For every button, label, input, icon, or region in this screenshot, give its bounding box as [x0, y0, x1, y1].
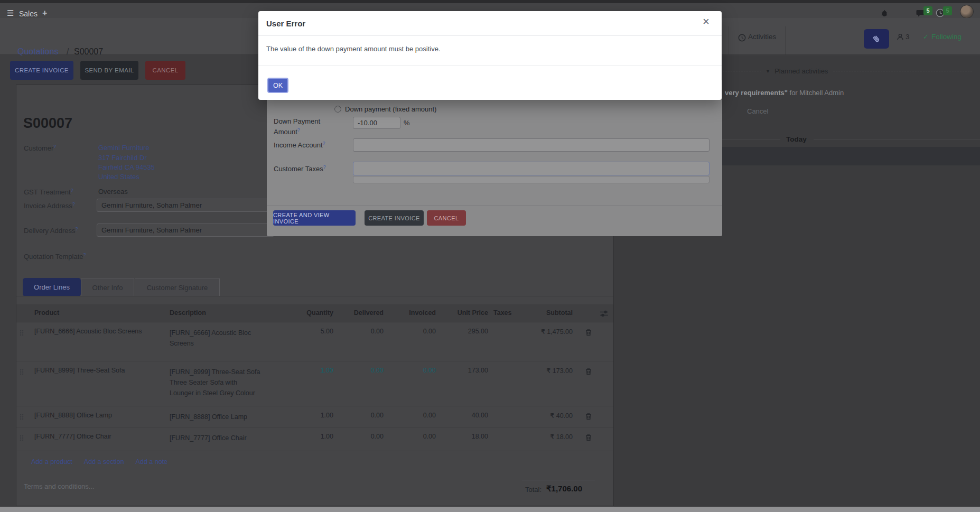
- cell-description[interactable]: [FURN_8888] Office Lamp: [170, 406, 296, 427]
- drag-handle-icon[interactable]: [16, 427, 28, 451]
- col-delivered[interactable]: Delivered: [339, 304, 389, 322]
- down-payment-amount-input[interactable]: -10.00: [353, 117, 400, 129]
- delete-row-icon[interactable]: [578, 427, 600, 451]
- cell-unit-price[interactable]: 295.00: [441, 322, 493, 361]
- cell-description[interactable]: [FURN_7777] Office Chair: [170, 427, 296, 451]
- down-payment-fixed-label[interactable]: Down payment (fixed amount): [345, 105, 436, 113]
- col-quantity[interactable]: Quantity: [296, 304, 339, 322]
- divider: [729, 26, 729, 54]
- cell-product[interactable]: [FURN_6666] Acoustic Bloc Screens: [28, 322, 170, 361]
- create-and-view-invoice-button[interactable]: CREATE AND VIEW INVOICE: [273, 210, 356, 226]
- cell-invoiced: 0.00: [389, 361, 441, 406]
- customer-address-line[interactable]: Fairfield CA 94535: [98, 163, 155, 171]
- order-lines-table: Product Description Quantity Delivered I…: [16, 304, 613, 472]
- invoice-address-field[interactable]: Gemini Furniture, Soham Palmer: [97, 199, 274, 212]
- col-unit-price[interactable]: Unit Price: [441, 304, 493, 322]
- divider: [258, 66, 722, 66]
- percent-suffix: %: [404, 119, 410, 127]
- delete-row-icon[interactable]: [578, 406, 600, 427]
- cancel-order-button[interactable]: CANCEL: [145, 61, 185, 80]
- cell-quantity[interactable]: 1.00: [296, 406, 339, 427]
- terms-and-conditions-field[interactable]: Terms and conditions...: [24, 482, 95, 490]
- add-a-product-link[interactable]: Add a product: [31, 458, 72, 466]
- cell-product[interactable]: [FURN_7777] Office Chair: [28, 427, 170, 451]
- cell-subtotal: ₹ 18.00: [529, 427, 578, 451]
- cell-taxes[interactable]: [493, 406, 529, 427]
- table-row[interactable]: [FURN_6666] Acoustic Bloc Screens [FURN_…: [16, 322, 613, 361]
- create-invoice-button[interactable]: CREATE INVOICE: [10, 61, 73, 80]
- table-row[interactable]: [FURN_7777] Office Chair [FURN_7777] Off…: [16, 427, 613, 451]
- cell-description[interactable]: [FURN_8999] Three-Seat Sofa Three Seater…: [170, 361, 296, 406]
- cell-subtotal: ₹ 1,475.00: [529, 322, 578, 361]
- wizard-create-invoice-button[interactable]: CREATE INVOICE: [365, 210, 424, 226]
- cell-description[interactable]: [FURN_6666] Acoustic Bloc Screens: [170, 322, 296, 361]
- caret-down-icon: ▾: [767, 68, 770, 75]
- tab-order-lines[interactable]: Order Lines: [23, 278, 81, 296]
- cell-product[interactable]: [FURN_8888] Office Lamp: [28, 406, 170, 427]
- col-taxes[interactable]: Taxes: [493, 304, 529, 322]
- down-payment-fixed-radio[interactable]: [334, 106, 341, 113]
- col-product[interactable]: Product: [28, 304, 170, 322]
- col-invoiced[interactable]: Invoiced: [389, 304, 441, 322]
- wizard-cancel-button[interactable]: CANCEL: [427, 210, 466, 226]
- delete-row-icon[interactable]: [578, 322, 600, 361]
- new-tab-plus-icon[interactable]: +: [42, 8, 47, 18]
- drag-handle-icon[interactable]: [16, 322, 28, 361]
- customer-taxes-input[interactable]: [353, 162, 710, 175]
- tab-other-info[interactable]: Other Info: [81, 278, 134, 296]
- drag-handle-icon[interactable]: [16, 406, 28, 427]
- gst-treatment-value: Overseas: [98, 188, 128, 196]
- col-description[interactable]: Description: [170, 304, 296, 322]
- cell-taxes[interactable]: [493, 322, 529, 361]
- cell-subtotal: ₹ 173.00: [529, 361, 578, 406]
- cell-delivered: 0.00: [339, 322, 389, 361]
- col-subtotal[interactable]: Subtotal: [529, 304, 578, 322]
- customer-taxes-dropdown[interactable]: [353, 176, 710, 183]
- following-button[interactable]: Following: [931, 33, 962, 41]
- cell-quantity[interactable]: 5.00: [296, 322, 339, 361]
- cell-unit-price[interactable]: 173.00: [441, 361, 493, 406]
- cell-delivered: 0.00: [339, 406, 389, 427]
- modal-message: The value of the down payment amount mus…: [266, 45, 441, 53]
- optional-columns-icon[interactable]: [600, 304, 613, 322]
- customer-address-line[interactable]: United States: [98, 173, 139, 181]
- attachments-button[interactable]: [864, 29, 889, 49]
- close-icon[interactable]: ×: [703, 15, 710, 29]
- add-a-note-link[interactable]: Add a note: [136, 458, 167, 466]
- cell-taxes[interactable]: [493, 361, 529, 406]
- drag-handle-icon[interactable]: [16, 361, 28, 406]
- send-by-email-button[interactable]: SEND BY EMAIL: [80, 61, 138, 80]
- cell-delivered: 0.00: [339, 361, 389, 406]
- delivery-address-label: Delivery Address?: [24, 226, 78, 235]
- cell-quantity[interactable]: 1.00: [296, 427, 339, 451]
- activities-clock-icon: [738, 34, 746, 42]
- debug-bug-icon[interactable]: [880, 9, 889, 17]
- apps-menu-icon[interactable]: ☰: [7, 9, 14, 17]
- horizontal-scrollbar[interactable]: [0, 507, 980, 512]
- divider: [785, 26, 786, 54]
- app-name[interactable]: Sales: [19, 10, 38, 18]
- cell-product[interactable]: [FURN_8999] Three-Seat Sofa: [28, 361, 170, 406]
- user-avatar[interactable]: [960, 5, 974, 18]
- table-row[interactable]: [FURN_8888] Office Lamp [FURN_8888] Offi…: [16, 406, 613, 427]
- delivery-address-field[interactable]: Gemini Furniture, Soham Palmer: [97, 224, 274, 237]
- cell-unit-price[interactable]: 18.00: [441, 427, 493, 451]
- divider: [16, 296, 613, 296]
- activity-cancel-link[interactable]: Cancel: [747, 107, 768, 115]
- ok-button[interactable]: OK: [267, 78, 288, 93]
- tab-customer-signature[interactable]: Customer Signature: [135, 278, 220, 296]
- help-icon: ?: [323, 164, 326, 170]
- income-account-input[interactable]: [353, 138, 710, 152]
- customer-address-line[interactable]: 317 Fairchild Dr: [98, 154, 147, 162]
- chatter-activities-button[interactable]: Activities: [748, 33, 776, 41]
- cell-quantity[interactable]: 1.00: [296, 361, 339, 406]
- add-a-section-link[interactable]: Add a section: [84, 458, 124, 466]
- cell-taxes[interactable]: [493, 427, 529, 451]
- delete-row-icon[interactable]: [578, 361, 600, 406]
- cell-unit-price[interactable]: 40.00: [441, 406, 493, 427]
- followers-count[interactable]: 3: [906, 33, 910, 41]
- activity-assignee: for Mitchell Admin: [790, 89, 844, 97]
- cell-delivered: 0.00: [339, 427, 389, 451]
- customer-link[interactable]: Gemini Furniture: [98, 144, 150, 152]
- table-row[interactable]: [FURN_8999] Three-Seat Sofa [FURN_8999] …: [16, 361, 613, 406]
